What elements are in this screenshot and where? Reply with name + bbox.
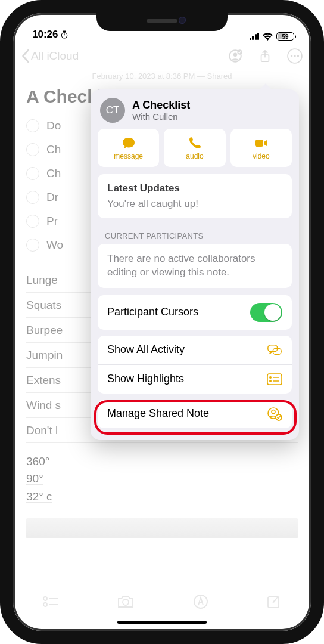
row-label: Show All Activity	[107, 343, 185, 356]
toggle-on-icon[interactable]	[250, 303, 282, 322]
row-label: Manage Shared Note	[107, 407, 209, 420]
avatar: CT	[100, 98, 125, 123]
checkbox-icon[interactable]	[26, 119, 39, 132]
more-icon[interactable]	[287, 48, 303, 64]
checkbox-icon[interactable]	[26, 167, 39, 180]
manage-shared-note-row[interactable]: Manage Shared Note	[98, 400, 292, 428]
collaboration-popover: CT A Checklist With Cullen message audio…	[91, 89, 299, 440]
participants-body: There are no active collaborators editin…	[107, 252, 282, 280]
updates-header: Latest Updates	[107, 182, 282, 194]
show-all-activity-row[interactable]: Show All Activity	[98, 336, 292, 364]
markup-toolbar-icon[interactable]	[193, 594, 208, 609]
svg-rect-18	[255, 140, 263, 147]
camera-toolbar-icon[interactable]	[117, 595, 135, 609]
home-indicator[interactable]	[117, 621, 207, 624]
list-card-icon	[267, 373, 282, 386]
svg-point-27	[272, 410, 275, 413]
back-label: All iCloud	[31, 49, 79, 63]
nav-bar: All iCloud	[13, 42, 311, 70]
bottom-toolbar	[13, 583, 311, 631]
checklist-toolbar-icon[interactable]	[42, 595, 59, 608]
svg-point-9	[294, 55, 295, 57]
video-icon	[254, 136, 268, 150]
video-button[interactable]: video	[230, 129, 292, 167]
participant-cursors-row[interactable]: Participant Cursors	[98, 295, 292, 330]
message-button[interactable]: message	[98, 129, 159, 167]
svg-point-13	[43, 603, 47, 606]
svg-point-11	[43, 597, 47, 600]
collaborate-icon[interactable]	[228, 48, 243, 64]
row-label: Show Highlights	[107, 373, 184, 385]
person-check-icon	[267, 407, 282, 420]
svg-point-15	[123, 599, 129, 605]
popover-subtitle: With Cullen	[132, 112, 190, 122]
checkbox-icon[interactable]	[26, 191, 39, 204]
svg-point-10	[297, 55, 299, 57]
audio-button[interactable]: audio	[164, 129, 225, 167]
compose-toolbar-icon[interactable]	[266, 594, 282, 609]
checkbox-icon[interactable]	[26, 215, 39, 228]
updates-body: You're all caught up!	[107, 198, 282, 210]
image-attachment[interactable]	[26, 518, 298, 538]
back-button[interactable]: All iCloud	[21, 49, 79, 63]
row-label: Participant Cursors	[107, 306, 198, 318]
message-icon	[122, 136, 136, 150]
svg-point-4	[233, 53, 238, 57]
note-meta: February 10, 2023 at 8:36 PM — Shared	[26, 72, 298, 80]
checkbox-icon[interactable]	[26, 239, 39, 252]
svg-point-8	[291, 55, 292, 57]
checkbox-icon[interactable]	[26, 143, 39, 156]
share-icon[interactable]	[257, 48, 273, 64]
show-highlights-row[interactable]: Show Highlights	[98, 364, 292, 394]
chat-bubbles-icon	[267, 343, 282, 357]
participants-label: CURRENT PARTICIPANTS	[91, 225, 299, 244]
phone-icon	[188, 136, 202, 150]
numbers-block: 360° 90° 32° c	[26, 453, 298, 505]
popover-title: A Checklist	[132, 99, 190, 112]
svg-point-22	[270, 377, 271, 378]
svg-point-24	[270, 380, 271, 382]
svg-rect-21	[267, 374, 282, 385]
